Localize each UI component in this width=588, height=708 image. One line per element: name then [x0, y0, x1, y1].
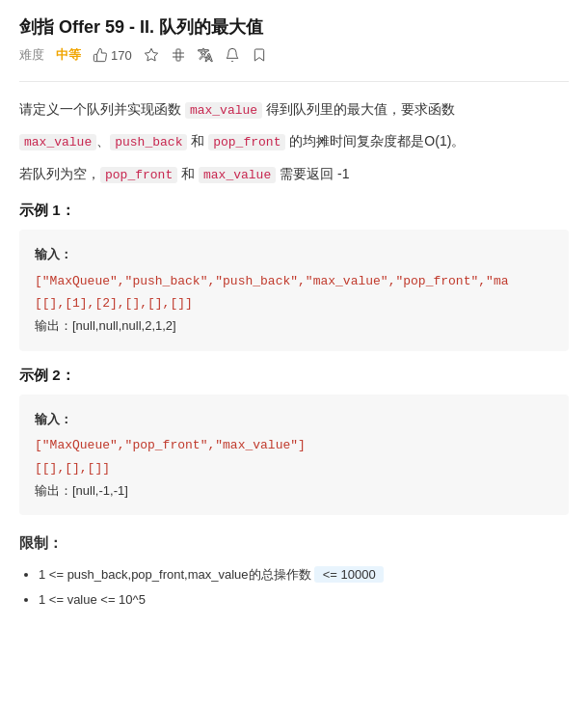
share-button[interactable] [171, 47, 186, 63]
example2-code-line1: ["MaxQueue","pop_front","max_value"] [35, 434, 553, 456]
like-count: 170 [111, 48, 132, 63]
inline-code-max-value: max_value [185, 102, 262, 119]
bookmark-icon [252, 47, 267, 63]
desc-line1: 请定义一个队列并实现函数 max_value 得到队列里的最大值，要求函数 [19, 97, 569, 122]
translate-icon [198, 47, 213, 63]
example1-code-line2: [[],[1],[2],[],[],[]] [35, 292, 553, 314]
svg-marker-0 [145, 48, 157, 61]
description: 请定义一个队列并实现函数 max_value 得到队列里的最大值，要求函数 ma… [19, 97, 569, 186]
example1-input-label: 输入： [35, 243, 553, 265]
thumbs-up-icon [93, 47, 108, 63]
bookmark-button[interactable] [252, 47, 267, 63]
example1-title: 示例 1： [19, 202, 569, 220]
example2-title: 示例 2： [19, 367, 569, 385]
limit-title: 限制： [19, 534, 569, 553]
inline-code-push-back: push_back [110, 134, 187, 150]
desc-line3: 若队列为空，pop_front 和 max_value 需要返回 -1 [19, 162, 569, 186]
inline-code-max-value2: max_value [19, 134, 96, 150]
limit-section: 限制： 1 <= push_back,pop_front,max_value的总… [19, 534, 569, 613]
example2-code-line2: [[],[],[]] [35, 457, 553, 479]
desc-line2: max_value、push_back 和 pop_front 的均摊时间复杂度… [19, 129, 569, 153]
highlight-range: <= 10000 [314, 566, 384, 583]
example2-box: 输入： ["MaxQueue","pop_front","max_value"]… [19, 395, 569, 516]
inline-code-max-value3: max_value [199, 167, 276, 183]
share-icon [171, 47, 186, 63]
example1-box: 输入： ["MaxQueue","push_back","push_back",… [19, 230, 569, 351]
example2-output: 输出：[null,-1,-1] [35, 479, 553, 502]
example1-output: 输出：[null,null,null,2,1,2] [35, 314, 553, 337]
meta-row: 难度 中等 170 [19, 46, 569, 64]
example2-input-label: 输入： [35, 408, 553, 430]
limit-item-2: 1 <= value <= 10^5 [39, 587, 569, 613]
example1-output-label: 输出： [35, 318, 72, 333]
example1-code-line1: ["MaxQueue","push_back","push_back","max… [35, 270, 553, 292]
divider [19, 81, 569, 82]
inline-code-pop-front: pop_front [208, 134, 285, 150]
translate-button[interactable] [198, 47, 213, 63]
example2-output-label: 输出： [35, 483, 72, 498]
example1-output-value: [null,null,null,2,1,2] [72, 318, 176, 333]
example2-output-value: [null,-1,-1] [72, 483, 128, 498]
like-button[interactable]: 170 [93, 47, 132, 63]
star-button[interactable] [144, 47, 159, 63]
svg-rect-1 [176, 49, 180, 61]
difficulty-label: 难度 [19, 46, 44, 64]
page-title: 剑指 Offer 59 - II. 队列的最大值 [19, 15, 569, 39]
limit-item-1: 1 <= push_back,pop_front,max_value的总操作数 … [39, 562, 569, 587]
limit-list: 1 <= push_back,pop_front,max_value的总操作数 … [19, 562, 569, 613]
bell-icon [225, 47, 240, 63]
bell-button[interactable] [225, 47, 240, 63]
difficulty-value: 中等 [56, 46, 81, 64]
inline-code-pop-front2: pop_front [100, 167, 177, 183]
star-icon [144, 47, 159, 63]
